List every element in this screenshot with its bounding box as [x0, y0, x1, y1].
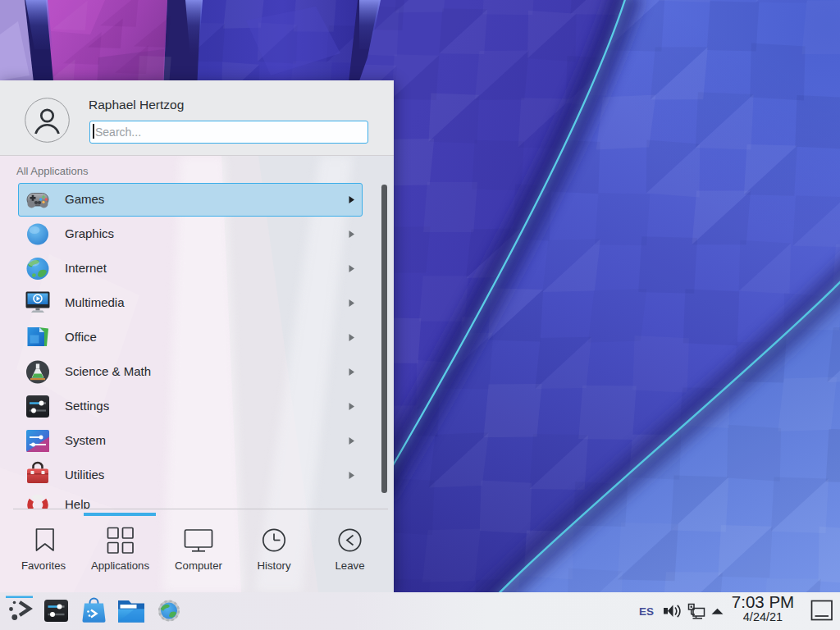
svg-text:ES: ES	[639, 605, 654, 618]
